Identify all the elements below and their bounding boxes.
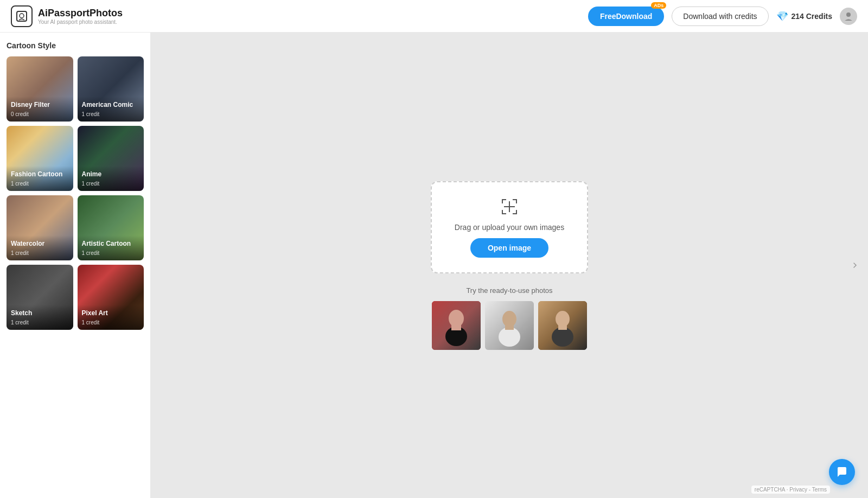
style-card-overlay-artistic: Artistic Cartoon 1 credit [78,235,144,260]
section-title: Cartoon Style [7,41,144,50]
style-name-artistic: Artistic Cartoon [82,240,140,247]
svg-rect-0 [17,11,27,21]
upload-drag-text: Drag or upload your own images [455,223,564,232]
svg-rect-12 [504,206,515,207]
style-card-overlay-anime: Anime 1 credit [78,166,144,191]
credits-text: 214 Credits [792,12,832,21]
download-credits-button[interactable]: Download with credits [672,7,768,26]
style-card-watercolor[interactable]: Watercolor 1 credit [7,195,73,260]
ready-photos [432,301,587,350]
gem-icon: 💎 [776,10,788,22]
style-name-pixel: Pixel Art [82,309,140,317]
style-card-overlay-sketch: Sketch 1 credit [7,305,73,330]
ready-photo-woman[interactable] [432,301,481,350]
upload-crosshair-icon [500,197,519,216]
privacy-notice: reCAPTCHA · Privacy - Terms [751,486,830,494]
style-card-anime[interactable]: Anime 1 credit [78,126,144,191]
style-credit-anime: 1 credit [82,181,100,187]
ready-photo-man2[interactable] [538,301,587,350]
svg-rect-26 [558,324,567,330]
style-card-comic[interactable]: American Comic 1 credit [78,56,144,122]
style-card-fashion[interactable]: Fashion Cartoon 1 credit [7,126,73,191]
style-credit-watercolor: 1 credit [11,250,29,256]
style-name-watercolor: Watercolor [11,240,69,247]
chat-button[interactable] [829,459,855,485]
style-name-fashion: Fashion Cartoon [11,170,69,178]
free-download-button[interactable]: FreeDownload ADs [588,7,664,26]
collapse-arrow[interactable] [848,259,861,272]
header-right: FreeDownload ADs Download with credits 💎… [588,7,857,26]
main-layout: Cartoon Style Disney Filter 0 credit Ame… [0,33,868,498]
svg-rect-22 [505,324,514,330]
logo-subtitle: Your AI passport photo assistant. [38,19,123,25]
style-credit-disney: 0 credit [11,111,29,117]
style-credit-fashion: 1 credit [11,181,29,187]
svg-point-1 [20,14,24,18]
upload-container: Drag or upload your own images Open imag… [431,181,588,350]
style-name-comic: American Comic [82,101,140,108]
style-card-overlay-pixel: Pixel Art 1 credit [78,305,144,330]
style-credit-artistic: 1 credit [82,250,100,256]
open-image-button[interactable]: Open image [470,238,548,258]
style-credit-pixel: 1 credit [82,320,100,325]
svg-rect-4 [502,199,503,203]
style-credit-comic: 1 credit [82,111,100,117]
style-card-overlay-disney: Disney Filter 0 credit [7,97,73,122]
svg-rect-6 [516,199,517,203]
ready-photo-man1[interactable] [485,301,534,350]
svg-rect-8 [502,210,503,214]
style-card-overlay-watercolor: Watercolor 1 credit [7,235,73,260]
svg-rect-10 [516,210,517,214]
style-card-disney[interactable]: Disney Filter 0 credit [7,56,73,122]
user-avatar[interactable] [840,8,857,25]
logo-icon [11,5,33,27]
svg-point-21 [499,327,520,347]
style-name-sketch: Sketch [11,309,69,317]
style-name-disney: Disney Filter [11,101,69,108]
logo-title: AiPassportPhotos [38,8,123,19]
free-download-label: FreeDownload [600,12,652,21]
style-grid: Disney Filter 0 credit American Comic 1 … [7,56,144,330]
style-card-artistic[interactable]: Artistic Cartoon 1 credit [78,195,144,260]
upload-box[interactable]: Drag or upload your own images Open imag… [431,181,588,273]
svg-point-2 [846,12,851,17]
sidebar: Cartoon Style Disney Filter 0 credit Ame… [0,33,151,498]
ads-badge: ADs [651,2,666,9]
header: AiPassportPhotos Your AI passport photo … [0,0,868,33]
main-content: Drag or upload your own images Open imag… [151,33,868,498]
credits-area[interactable]: 💎 214 Credits [776,10,832,22]
style-card-overlay-comic: American Comic 1 credit [78,97,144,122]
style-name-anime: Anime [82,170,140,178]
style-card-sketch[interactable]: Sketch 1 credit [7,265,73,330]
logo-area: AiPassportPhotos Your AI passport photo … [11,5,123,27]
ready-section: Try the ready-to-use photos [432,286,587,350]
ready-to-use-text: Try the ready-to-use photos [466,286,552,295]
svg-point-25 [552,327,573,347]
svg-rect-17 [451,324,461,330]
style-card-overlay-fashion: Fashion Cartoon 1 credit [7,166,73,191]
style-card-pixel[interactable]: Pixel Art 1 credit [78,265,144,330]
logo-text-area: AiPassportPhotos Your AI passport photo … [38,8,123,25]
style-credit-sketch: 1 credit [11,320,29,325]
